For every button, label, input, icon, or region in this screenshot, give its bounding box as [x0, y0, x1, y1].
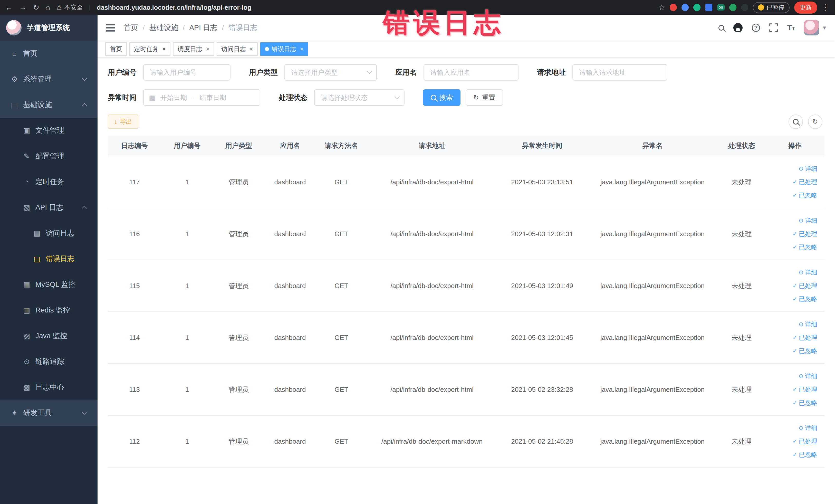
cell-url: /api/infra/db-doc/export-html — [367, 364, 497, 416]
sidebar-item-scheduled-tasks[interactable]: ◔定时任务 — [0, 169, 98, 195]
action-ignored-link[interactable]: ✓已忽略 — [769, 448, 817, 461]
cell-user_type: 管理员 — [213, 416, 264, 467]
refresh-table-button[interactable]: ↻ — [808, 115, 822, 129]
check-icon: ✓ — [793, 293, 797, 306]
extension-on-badge[interactable]: on — [717, 4, 725, 11]
tab-scheduled-tasks[interactable]: 定时任务 × — [129, 42, 170, 56]
breadcrumb-home[interactable]: 首页 — [124, 23, 138, 33]
action-ignored-link[interactable]: ✓已忽略 — [769, 293, 817, 306]
action-processed-link[interactable]: ✓已处理 — [769, 383, 817, 396]
action-detail-link[interactable]: ⊙详细 — [769, 369, 817, 383]
action-processed-link[interactable]: ✓已处理 — [769, 279, 817, 293]
tab-error-log[interactable]: 错误日志 × — [260, 42, 308, 56]
reload-button[interactable]: ↻ — [33, 4, 39, 11]
breadcrumb-api-log[interactable]: API 日志 — [189, 23, 218, 33]
sidebar-item-config-management[interactable]: ✎配置管理 — [0, 143, 98, 169]
extension-icon[interactable] — [729, 4, 736, 11]
sidebar-menu: ⌂首页⚙系统管理▤基础设施▣文件管理✎配置管理◔定时任务▧API 日志▤访问日志… — [0, 41, 98, 504]
site-security-label[interactable]: ⚠ 不安全 — [56, 3, 83, 12]
update-button[interactable]: 更新 — [794, 2, 817, 14]
extension-icon[interactable] — [693, 4, 700, 11]
cell-status: 未处理 — [718, 260, 766, 312]
paused-badge[interactable]: 已暂停 — [753, 2, 790, 13]
back-button[interactable]: ← — [5, 4, 13, 11]
sidebar-item-mysql-monitor[interactable]: ▦MySQL 监控 — [0, 271, 98, 297]
action-ignored-link[interactable]: ✓已忽略 — [769, 396, 817, 409]
action-processed-link[interactable]: ✓已处理 — [769, 227, 817, 241]
action-processed-link[interactable]: ✓已处理 — [769, 331, 817, 344]
export-button[interactable]: ↓ 导出 — [108, 115, 138, 129]
toggle-search-button[interactable] — [789, 115, 803, 129]
chevron-down-icon — [82, 409, 87, 415]
sidebar-item-trace[interactable]: ⊙链路追踪 — [0, 349, 98, 374]
refresh-icon: ↻ — [812, 118, 818, 126]
sidebar-item-error-log[interactable]: ▤错误日志 — [0, 246, 98, 271]
close-icon[interactable]: × — [206, 46, 209, 52]
cell-time: 2021-05-03 12:01:49 — [497, 260, 587, 312]
cell-app: dashboard — [264, 312, 316, 364]
extension-grid-icon[interactable] — [705, 4, 712, 11]
action-detail-link[interactable]: ⊙详细 — [769, 318, 817, 331]
sidebar-item-system-management[interactable]: ⚙系统管理 — [0, 66, 98, 92]
search-icon[interactable] — [718, 25, 724, 31]
github-icon[interactable] — [733, 23, 742, 32]
action-ignored-link[interactable]: ✓已忽略 — [769, 189, 817, 202]
browser-menu-icon[interactable]: ⋮ — [822, 4, 830, 11]
bookmark-star-icon[interactable]: ☆ — [658, 4, 665, 11]
search-button[interactable]: 搜索 — [423, 89, 461, 106]
close-icon[interactable]: × — [249, 46, 253, 52]
sidebar-item-file-management[interactable]: ▣文件管理 — [0, 118, 98, 143]
action-ignored-link[interactable]: ✓已忽略 — [769, 241, 817, 254]
sidebar-item-api-log[interactable]: ▧API 日志 — [0, 195, 98, 220]
extension-puzzle-icon[interactable] — [741, 4, 748, 11]
action-detail-link[interactable]: ⊙详细 — [769, 421, 817, 435]
user-type-select[interactable]: 请选择用户类型 — [284, 64, 377, 81]
app-name-input[interactable] — [424, 64, 518, 81]
action-detail-link[interactable]: ⊙详细 — [769, 266, 817, 279]
sidebar-item-java-monitor[interactable]: ▨Java 监控 — [0, 323, 98, 349]
reset-button[interactable]: ↻ 重置 — [466, 89, 503, 106]
action-processed-link[interactable]: ✓已处理 — [769, 435, 817, 448]
browser-home-button[interactable]: ⌂ — [45, 4, 50, 11]
table-row: 1121管理员dashboardGET/api/infra/db-doc/exp… — [108, 416, 824, 467]
request-url-input[interactable] — [572, 64, 667, 81]
close-icon[interactable]: × — [162, 46, 166, 52]
help-icon[interactable]: ? — [752, 24, 760, 32]
extension-icon[interactable] — [670, 4, 677, 11]
app-logo[interactable]: 芋道管理系统 — [0, 15, 98, 41]
cell-user_type: 管理员 — [213, 208, 264, 260]
cell-app: dashboard — [264, 156, 316, 208]
exception-time-range-picker[interactable]: ▦ 开始日期 - 结束日期 — [143, 89, 260, 106]
breadcrumb-infrastructure[interactable]: 基础设施 — [149, 23, 178, 33]
sidebar-item-log-center[interactable]: ▩日志中心 — [0, 374, 98, 400]
forward-button[interactable]: → — [19, 4, 27, 11]
cell-id: 116 — [108, 208, 161, 260]
action-detail-link[interactable]: ⊙详细 — [769, 214, 817, 227]
tab-home[interactable]: 首页 — [105, 42, 127, 56]
cell-app: dashboard — [264, 260, 316, 312]
tab-schedule-log[interactable]: 调度日志 × — [173, 42, 214, 56]
action-detail-link[interactable]: ⊙详细 — [769, 162, 817, 175]
process-status-select[interactable]: 请选择处理状态 — [314, 89, 405, 106]
user-id-input[interactable] — [143, 64, 230, 81]
sidebar-item-redis-monitor[interactable]: ▥Redis 监控 — [0, 297, 98, 323]
tab-access-log[interactable]: 访问日志 × — [217, 42, 258, 56]
hamburger-icon[interactable] — [105, 23, 116, 33]
extension-icon[interactable] — [681, 4, 689, 11]
action-label: 已处理 — [799, 435, 817, 448]
close-icon[interactable]: × — [300, 46, 303, 52]
filter-label: 应用名 — [395, 67, 417, 77]
action-label: 已忽略 — [799, 189, 817, 202]
sidebar-item-home[interactable]: ⌂首页 — [0, 41, 98, 66]
action-processed-link[interactable]: ✓已处理 — [769, 175, 817, 189]
action-ignored-link[interactable]: ✓已忽略 — [769, 344, 817, 358]
sidebar-item-dev-tools[interactable]: ✦研发工具 — [0, 400, 98, 426]
user-avatar[interactable]: ▼ — [804, 20, 827, 36]
address-bar-url[interactable]: dashboard.yudao.iocoder.cn/infra/log/api… — [97, 4, 251, 11]
fullscreen-icon[interactable] — [769, 23, 778, 32]
font-size-icon[interactable]: TT — [787, 23, 795, 32]
cell-time: 2021-05-03 12:01:45 — [497, 312, 587, 364]
filter-label: 异常时间 — [108, 93, 137, 102]
sidebar-item-access-log[interactable]: ▤访问日志 — [0, 220, 98, 246]
sidebar-item-infrastructure[interactable]: ▤基础设施 — [0, 92, 98, 118]
